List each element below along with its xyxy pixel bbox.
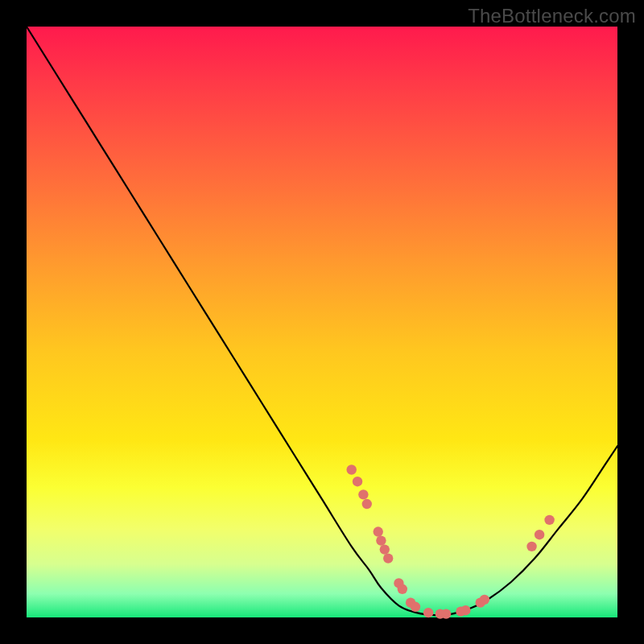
curve-marker bbox=[362, 499, 372, 509]
curve-marker bbox=[376, 535, 386, 545]
curve-marker bbox=[480, 595, 489, 605]
curve-marker bbox=[383, 553, 393, 563]
curve-marker bbox=[535, 530, 544, 539]
curve-markers bbox=[347, 464, 555, 619]
curve-marker bbox=[423, 608, 433, 617]
curve-marker bbox=[460, 605, 470, 615]
watermark-text: TheBottleneck.com bbox=[468, 5, 636, 27]
curve-marker bbox=[353, 477, 362, 486]
curve-marker bbox=[544, 515, 554, 525]
curve-marker bbox=[411, 602, 420, 612]
curve-marker bbox=[374, 526, 383, 536]
curve-marker bbox=[380, 544, 390, 554]
curve-marker bbox=[358, 489, 368, 499]
curve-marker bbox=[441, 609, 451, 618]
plot-area bbox=[27, 27, 617, 617]
chart-svg bbox=[27, 27, 617, 617]
curve-marker bbox=[526, 542, 536, 551]
curve-marker bbox=[398, 584, 407, 594]
curve-marker bbox=[347, 464, 357, 474]
chart-frame: TheBottleneck.com bbox=[0, 0, 644, 644]
bottleneck-curve bbox=[27, 27, 617, 615]
